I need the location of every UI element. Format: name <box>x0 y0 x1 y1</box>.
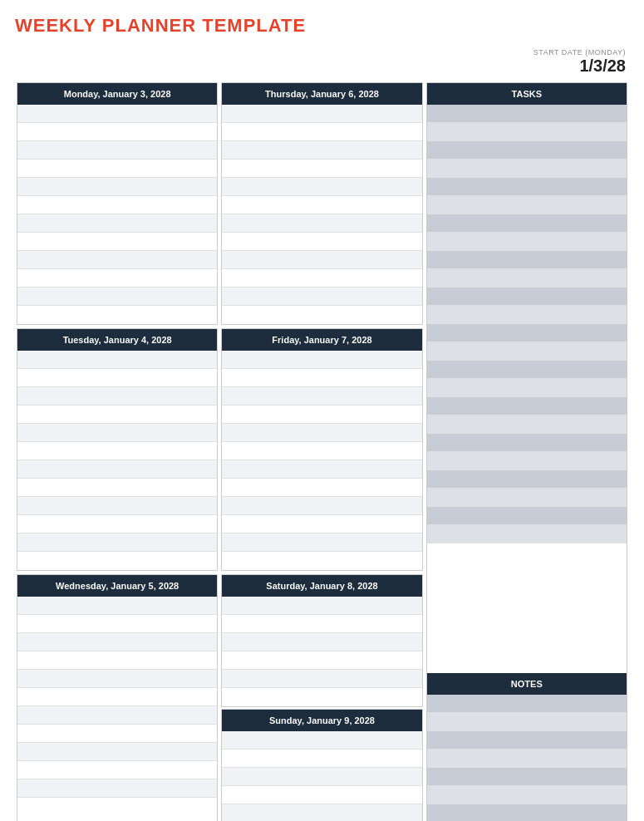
day-row[interactable] <box>17 369 217 387</box>
day-row[interactable] <box>17 597 217 615</box>
day-row[interactable] <box>222 196 421 214</box>
day-row[interactable] <box>17 442 217 460</box>
note-row[interactable] <box>427 768 627 786</box>
day-row[interactable] <box>17 214 217 233</box>
task-row[interactable] <box>427 361 627 379</box>
day-row[interactable] <box>17 269 217 288</box>
task-row[interactable] <box>427 233 627 251</box>
day-row[interactable] <box>17 105 217 123</box>
day-row[interactable] <box>17 387 217 406</box>
task-row[interactable] <box>427 178 627 196</box>
day-row[interactable] <box>222 178 421 196</box>
day-row[interactable] <box>17 141 217 160</box>
task-row[interactable] <box>427 141 627 160</box>
task-row[interactable] <box>427 196 627 214</box>
day-row[interactable] <box>222 233 421 251</box>
day-row[interactable] <box>222 731 421 750</box>
day-row[interactable] <box>17 533 217 552</box>
day-row[interactable] <box>17 725 217 743</box>
day-row[interactable] <box>222 786 421 804</box>
day-row[interactable] <box>222 442 421 460</box>
note-row[interactable] <box>427 695 627 713</box>
task-row[interactable] <box>427 342 627 361</box>
day-row[interactable] <box>222 552 421 570</box>
day-row[interactable] <box>222 406 421 424</box>
day-row[interactable] <box>17 779 217 798</box>
task-row[interactable] <box>427 123 627 141</box>
task-row[interactable] <box>427 269 627 288</box>
day-row[interactable] <box>17 196 217 214</box>
day-row[interactable] <box>222 633 421 651</box>
note-row[interactable] <box>427 713 627 731</box>
task-row[interactable] <box>427 105 627 123</box>
day-row[interactable] <box>222 479 421 497</box>
task-row[interactable] <box>427 470 627 489</box>
day-row[interactable] <box>222 105 421 123</box>
day-row[interactable] <box>17 798 217 816</box>
task-row[interactable] <box>427 525 627 543</box>
task-row[interactable] <box>427 415 627 434</box>
day-row[interactable] <box>17 160 217 178</box>
day-row[interactable] <box>222 141 421 160</box>
task-row[interactable] <box>427 306 627 324</box>
day-row[interactable] <box>17 615 217 633</box>
day-row[interactable] <box>222 369 421 387</box>
day-row[interactable] <box>222 251 421 269</box>
task-row[interactable] <box>427 507 627 525</box>
day-row[interactable] <box>17 633 217 651</box>
task-row[interactable] <box>427 397 627 415</box>
day-row[interactable] <box>222 123 421 141</box>
day-row[interactable] <box>17 406 217 424</box>
day-row[interactable] <box>17 743 217 761</box>
task-row[interactable] <box>427 379 627 397</box>
day-row[interactable] <box>17 306 217 324</box>
day-row[interactable] <box>17 251 217 269</box>
day-row[interactable] <box>222 460 421 479</box>
day-row[interactable] <box>17 497 217 515</box>
day-row[interactable] <box>17 460 217 479</box>
day-row[interactable] <box>222 615 421 633</box>
day-row[interactable] <box>222 688 421 706</box>
day-row[interactable] <box>17 552 217 570</box>
note-row[interactable] <box>427 804 627 821</box>
day-row[interactable] <box>222 750 421 768</box>
day-row[interactable] <box>17 233 217 251</box>
day-row[interactable] <box>17 761 217 779</box>
note-row[interactable] <box>427 731 627 750</box>
task-row[interactable] <box>427 324 627 342</box>
day-row[interactable] <box>222 804 421 821</box>
day-row[interactable] <box>222 269 421 288</box>
task-row[interactable] <box>427 288 627 306</box>
day-row[interactable] <box>222 768 421 786</box>
day-row[interactable] <box>17 123 217 141</box>
day-row[interactable] <box>222 515 421 533</box>
day-row[interactable] <box>222 306 421 324</box>
day-row[interactable] <box>17 479 217 497</box>
day-row[interactable] <box>222 288 421 306</box>
task-row[interactable] <box>427 160 627 178</box>
day-row[interactable] <box>222 214 421 233</box>
day-row[interactable] <box>17 688 217 706</box>
note-row[interactable] <box>427 786 627 804</box>
day-row[interactable] <box>17 351 217 369</box>
day-row[interactable] <box>17 706 217 725</box>
day-row[interactable] <box>17 651 217 670</box>
day-row[interactable] <box>222 387 421 406</box>
task-row[interactable] <box>427 434 627 452</box>
task-row[interactable] <box>427 251 627 269</box>
day-row[interactable] <box>222 670 421 688</box>
day-row[interactable] <box>222 424 421 442</box>
day-row[interactable] <box>17 670 217 688</box>
day-row[interactable] <box>222 533 421 552</box>
day-row[interactable] <box>222 160 421 178</box>
day-row[interactable] <box>222 351 421 369</box>
task-row[interactable] <box>427 214 627 233</box>
day-row[interactable] <box>222 651 421 670</box>
day-row[interactable] <box>222 497 421 515</box>
task-row[interactable] <box>427 452 627 470</box>
note-row[interactable] <box>427 750 627 768</box>
day-row[interactable] <box>17 178 217 196</box>
day-row[interactable] <box>17 288 217 306</box>
day-row[interactable] <box>222 597 421 615</box>
day-row[interactable] <box>17 515 217 533</box>
